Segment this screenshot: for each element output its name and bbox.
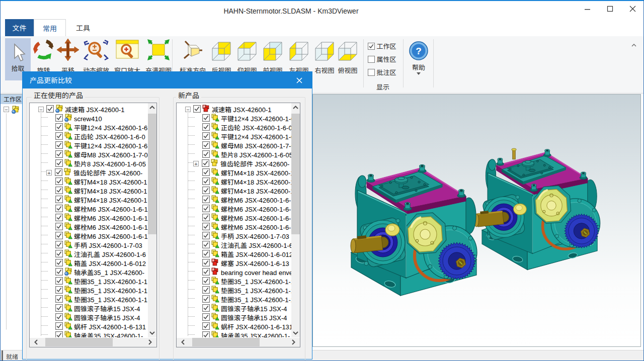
svg-text:?: ? [416,46,422,56]
